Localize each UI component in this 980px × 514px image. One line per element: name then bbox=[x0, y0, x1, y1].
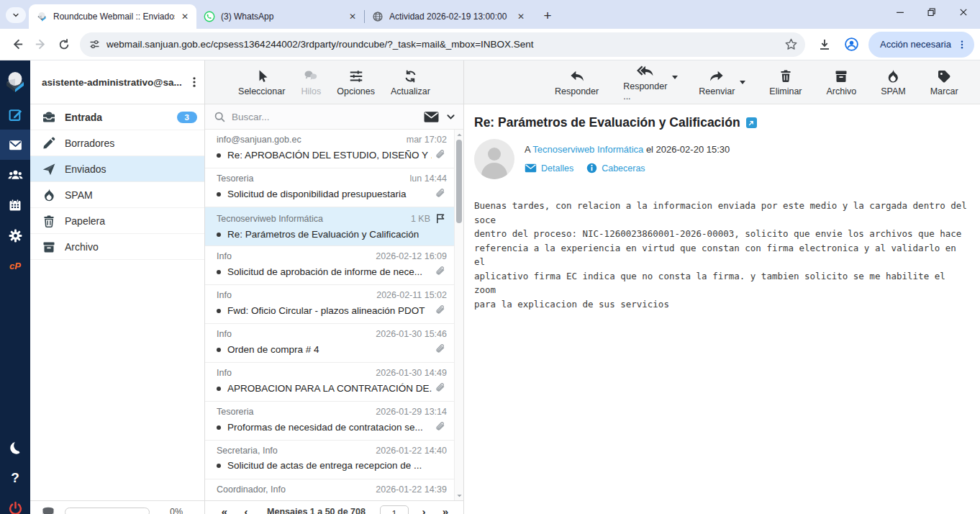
delete-button[interactable]: Eliminar bbox=[765, 66, 806, 99]
close-window-button[interactable] bbox=[957, 6, 970, 19]
select-button[interactable]: Seleccionar bbox=[234, 66, 289, 99]
first-page-button[interactable]: « bbox=[214, 505, 235, 514]
search-input[interactable] bbox=[232, 112, 424, 122]
account-row[interactable]: asistente-administrativo@sa... bbox=[30, 60, 204, 104]
flag-icon[interactable] bbox=[435, 212, 447, 225]
search-bar bbox=[205, 104, 463, 130]
refresh-list-button[interactable]: Actualizar bbox=[386, 66, 435, 99]
account-menu-icon[interactable] bbox=[189, 76, 200, 89]
mark-button[interactable]: Marcar bbox=[926, 66, 963, 99]
scrollbar-thumb[interactable] bbox=[456, 140, 462, 223]
forward-button[interactable]: Reenviar bbox=[694, 66, 739, 99]
headers-toggle[interactable]: Cabeceras bbox=[586, 163, 645, 173]
action-needed-button[interactable]: Acción necesaria bbox=[868, 32, 974, 58]
bookmark-star-icon[interactable] bbox=[784, 37, 798, 51]
spam-button[interactable]: SPAM bbox=[876, 66, 910, 99]
search-options-chevron-icon[interactable] bbox=[445, 112, 456, 122]
scroll-up-arrow[interactable] bbox=[455, 130, 463, 139]
tab-whatsapp[interactable]: (3) WhatsApp ✕ bbox=[196, 4, 364, 29]
calendar-nav-button[interactable] bbox=[0, 190, 30, 220]
tab-roundcube[interactable]: Roundcube Webmail :: Enviados ✕ bbox=[29, 4, 196, 29]
page-number-input[interactable] bbox=[380, 505, 409, 514]
message-subject: Proformas de necesidad de contratacion s… bbox=[227, 422, 432, 433]
profile-button[interactable] bbox=[841, 34, 863, 55]
message-date: 1 KB bbox=[411, 214, 430, 224]
compose-button[interactable] bbox=[0, 99, 30, 130]
message-row[interactable]: Tesoreria lun 14:44 Solicitud de disponi… bbox=[205, 168, 454, 207]
settings-nav-button[interactable] bbox=[0, 220, 30, 251]
forward-dropdown-caret[interactable] bbox=[740, 81, 745, 84]
message-toolbar: Responder Responder ... Reenviar Elimina… bbox=[464, 60, 980, 104]
search-scope-envelope-icon[interactable] bbox=[424, 111, 439, 123]
archive-button[interactable]: Archivo bbox=[822, 66, 861, 99]
reply-button[interactable]: Responder bbox=[550, 66, 603, 99]
spam-flame-icon bbox=[886, 68, 900, 84]
message-sender: Tesoreria bbox=[217, 173, 410, 184]
attachment-paperclip-icon bbox=[435, 305, 447, 317]
prev-page-button[interactable]: ‹ bbox=[235, 505, 257, 514]
message-row[interactable]: Info 2026-01-30 14:49 APROBACION PARA LA… bbox=[205, 363, 454, 402]
forward-button[interactable] bbox=[30, 33, 50, 56]
url-text[interactable]: webmail.sanjuan.gob.ec/cpsess1364244002/… bbox=[106, 39, 784, 50]
message-row[interactable]: Tecnoserviweb Informática 1 KB Re: Parám… bbox=[205, 207, 454, 246]
message-row[interactable]: Tesoreria 2026-01-29 13:14 Proformas de … bbox=[205, 402, 454, 441]
reply-label: Responder bbox=[555, 86, 599, 96]
folder-item-borradores[interactable]: Borradores bbox=[30, 130, 204, 156]
options-button[interactable]: Opciones bbox=[332, 66, 379, 99]
tab-close-icon[interactable]: ✕ bbox=[179, 11, 191, 22]
reply-all-button[interactable]: Responder ... bbox=[619, 60, 671, 104]
omnibox[interactable]: webmail.sanjuan.gob.ec/cpsess1364244002/… bbox=[80, 32, 805, 57]
back-button[interactable] bbox=[7, 33, 27, 56]
minimize-button[interactable] bbox=[894, 6, 907, 19]
folder-item-archivo[interactable]: Archivo bbox=[30, 234, 204, 260]
attachment-paperclip-icon bbox=[435, 343, 447, 356]
list-scrollbar[interactable] bbox=[454, 130, 463, 500]
recipient-link[interactable]: Tecnoserviweb Informática bbox=[532, 144, 643, 155]
downloads-button[interactable] bbox=[814, 34, 835, 55]
message-sender: Secretaria, Info bbox=[217, 446, 376, 456]
quota-footer: 0% bbox=[30, 500, 204, 514]
tab-actividad[interactable]: Actividad 2026-02-19 13:00:00 ✕ bbox=[365, 4, 532, 29]
site-settings-icon[interactable] bbox=[89, 38, 101, 50]
new-tab-button[interactable]: + bbox=[538, 6, 557, 25]
info-icon bbox=[586, 163, 597, 173]
message-row[interactable]: Coordinador, Info 2026-01-22 14:39 bbox=[205, 479, 454, 500]
message-row[interactable]: Info 2026-01-30 15:46 Orden de compra # … bbox=[205, 324, 454, 363]
last-page-button[interactable]: » bbox=[435, 505, 456, 514]
contacts-nav-button[interactable] bbox=[0, 160, 30, 190]
message-row[interactable]: Info 2026-02-11 15:02 Fwd: Oficio Circul… bbox=[205, 285, 454, 324]
tab-search-button[interactable] bbox=[6, 7, 26, 23]
tab-close-icon[interactable]: ✕ bbox=[347, 11, 358, 22]
logout-button[interactable] bbox=[0, 493, 30, 514]
tab-close-icon[interactable]: ✕ bbox=[515, 11, 527, 22]
moon-icon bbox=[8, 441, 23, 456]
contacts-icon bbox=[7, 167, 24, 184]
cpanel-button[interactable]: cP bbox=[0, 251, 30, 281]
forward-label: Reenviar bbox=[699, 86, 735, 96]
paper-plane-icon bbox=[42, 162, 56, 176]
cpanel-logo-label: cP bbox=[9, 261, 21, 271]
message-row[interactable]: Info 2026-02-12 16:09 Solicitud de aprob… bbox=[205, 246, 454, 285]
open-in-new-window-icon[interactable] bbox=[746, 117, 757, 128]
folder-item-entrada[interactable]: Entrada 3 bbox=[30, 104, 204, 130]
folder-item-enviados[interactable]: Enviados bbox=[30, 156, 204, 182]
next-page-button[interactable]: › bbox=[413, 505, 435, 514]
avatar bbox=[474, 139, 514, 179]
message-row[interactable]: info@sanjuan.gob.ec mar 17:02 Re: APROBA… bbox=[205, 130, 454, 168]
dark-mode-button[interactable] bbox=[0, 433, 30, 463]
reply-all-dropdown-caret[interactable] bbox=[672, 76, 678, 79]
recipient-line: A Tecnoserviweb Informática el 2026-02-2… bbox=[525, 144, 730, 155]
folder-item-spam[interactable]: SPAM bbox=[30, 182, 204, 208]
message-sender: Info bbox=[217, 290, 376, 300]
attachment-paperclip-icon bbox=[435, 266, 447, 278]
details-toggle[interactable]: Detalles bbox=[525, 163, 573, 173]
message-row[interactable]: Secretaria, Info 2026-01-22 14:40 Solici… bbox=[205, 441, 454, 479]
refresh-button[interactable] bbox=[54, 33, 74, 56]
scroll-down-arrow[interactable] bbox=[455, 491, 463, 500]
folder-item-papelera[interactable]: Papelera bbox=[30, 208, 204, 234]
restore-button[interactable] bbox=[925, 6, 938, 19]
help-button[interactable]: ? bbox=[0, 463, 30, 493]
kebab-menu-icon[interactable] bbox=[957, 39, 967, 50]
mail-nav-button[interactable] bbox=[0, 130, 30, 160]
attachment-paperclip-icon bbox=[435, 382, 447, 394]
